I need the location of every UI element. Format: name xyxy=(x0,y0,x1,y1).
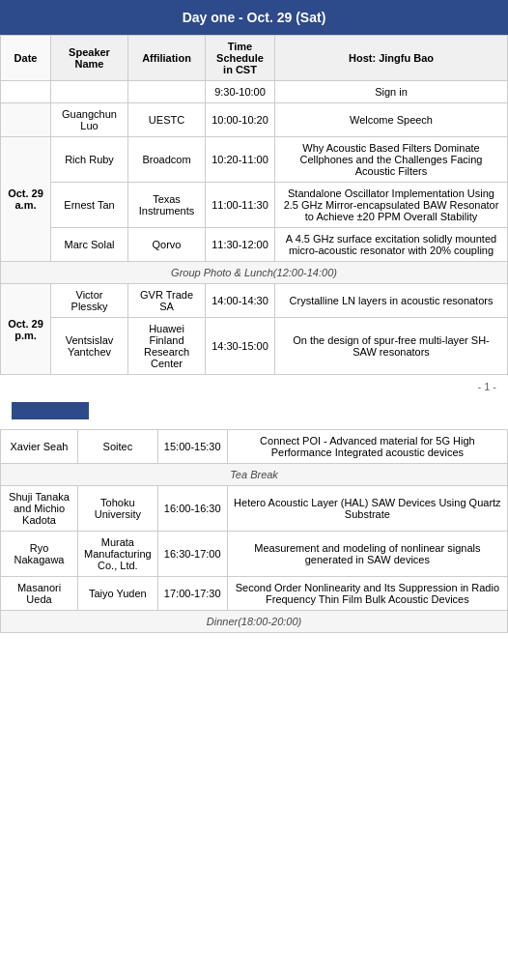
affiliation-cell: Taiyo Yuden xyxy=(78,577,158,611)
col-header-date: Date xyxy=(1,36,51,81)
affiliation-cell: Huawei Finland Research Center xyxy=(128,318,206,375)
schedule-table-part2: Xavier Seah Soitec 15:00-15:30 Connect P… xyxy=(0,429,508,633)
break-cell: Dinner(18:00-20:00) xyxy=(1,611,508,633)
date-cell xyxy=(1,81,51,103)
speaker-cell: Xavier Seah xyxy=(1,430,78,464)
time-cell: 14:00-14:30 xyxy=(206,284,275,318)
col-header-speaker: Speaker Name xyxy=(51,36,128,81)
speaker-cell: Victor Plessky xyxy=(51,284,128,318)
time-cell: 11:00-11:30 xyxy=(206,183,275,228)
page-number: - 1 - xyxy=(0,375,508,398)
table-row: Ernest Tan Texas Instruments 11:00-11:30… xyxy=(1,183,508,228)
col-header-affiliation: Affiliation xyxy=(128,36,206,81)
speaker-cell: Marc Solal xyxy=(51,228,128,262)
table-row: Group Photo & Lunch(12:00-14:00) xyxy=(1,262,508,284)
schedule-table-part1: Date Speaker Name Affiliation Time Sched… xyxy=(0,35,508,375)
speaker-cell: Guangchun Luo xyxy=(51,103,128,137)
host-cell: Why Acoustic Based Filters Dominate Cell… xyxy=(275,137,508,183)
group-cell: Group Photo & Lunch(12:00-14:00) xyxy=(1,262,508,284)
host-cell: Measurement and modeling of nonlinear si… xyxy=(227,532,507,577)
speaker-cell xyxy=(51,81,128,103)
host-cell: Crystalline LN layers in acoustic resona… xyxy=(275,284,508,318)
blue-bar-decoration xyxy=(12,402,89,419)
affiliation-cell: Murata Manufacturing Co., Ltd. xyxy=(78,532,158,577)
host-cell: Welcome Speech xyxy=(275,103,508,137)
affiliation-cell: Texas Instruments xyxy=(128,183,206,228)
affiliation-cell xyxy=(128,81,206,103)
table-row: Shuji Tanaka and Michio Kadota Tohoku Un… xyxy=(1,486,508,532)
speaker-cell: Ryo Nakagawa xyxy=(1,532,78,577)
table-row: Guangchun Luo UESTC 10:00-10:20 Welcome … xyxy=(1,103,508,137)
time-cell: 16:30-17:00 xyxy=(157,532,227,577)
time-cell: 11:30-12:00 xyxy=(206,228,275,262)
speaker-cell: Rich Ruby xyxy=(51,137,128,183)
col-header-time: Time Schedule in CST xyxy=(206,36,275,81)
speaker-cell: Shuji Tanaka and Michio Kadota xyxy=(1,486,78,532)
speaker-cell: Masanori Ueda xyxy=(1,577,78,611)
date-cell: Oct. 29 a.m. xyxy=(1,137,51,262)
time-cell: 15:00-15:30 xyxy=(157,430,227,464)
host-cell: Hetero Acoustic Layer (HAL) SAW Devices … xyxy=(227,486,507,532)
date-cell xyxy=(1,103,51,137)
affiliation-cell: Broadcom xyxy=(128,137,206,183)
break-cell: Tea Break xyxy=(1,464,508,486)
table-row: Dinner(18:00-20:00) xyxy=(1,611,508,633)
host-cell: Standalone Oscillator Implementation Usi… xyxy=(275,183,508,228)
table-row: Oct. 29 a.m. Rich Ruby Broadcom 10:20-11… xyxy=(1,137,508,183)
table-row: Tea Break xyxy=(1,464,508,486)
time-cell: 9:30-10:00 xyxy=(206,81,275,103)
table-row: Ryo Nakagawa Murata Manufacturing Co., L… xyxy=(1,532,508,577)
table-row: 9:30-10:00 Sign in xyxy=(1,81,508,103)
col-header-host: Host: Jingfu Bao xyxy=(275,36,508,81)
page: Day one - Oct. 29 (Sat) Date Speaker Nam… xyxy=(0,0,508,633)
affiliation-cell: GVR Trade SA xyxy=(128,284,206,318)
affiliation-cell: Qorvo xyxy=(128,228,206,262)
host-cell: Connect POI - Advanced material for 5G H… xyxy=(227,430,507,464)
table-row: Oct. 29 p.m. Victor Plessky GVR Trade SA… xyxy=(1,284,508,318)
time-cell: 17:00-17:30 xyxy=(157,577,227,611)
host-cell: On the design of spur-free multi-layer S… xyxy=(275,318,508,375)
speaker-cell: Ventsislav Yantchev xyxy=(51,318,128,375)
table-row: Masanori Ueda Taiyo Yuden 17:00-17:30 Se… xyxy=(1,577,508,611)
time-cell: 10:00-10:20 xyxy=(206,103,275,137)
host-cell: Sign in xyxy=(275,81,508,103)
date-cell: Oct. 29 p.m. xyxy=(1,284,51,375)
time-cell: 10:20-11:00 xyxy=(206,137,275,183)
time-cell: 14:30-15:00 xyxy=(206,318,275,375)
table-row: Ventsislav Yantchev Huawei Finland Resea… xyxy=(1,318,508,375)
table-row: Xavier Seah Soitec 15:00-15:30 Connect P… xyxy=(1,430,508,464)
host-cell: A 4.5 GHz surface excitation solidly mou… xyxy=(275,228,508,262)
affiliation-cell: Tohoku University xyxy=(78,486,158,532)
speaker-cell: Ernest Tan xyxy=(51,183,128,228)
affiliation-cell: UESTC xyxy=(128,103,206,137)
affiliation-cell: Soitec xyxy=(78,430,158,464)
time-cell: 16:00-16:30 xyxy=(157,486,227,532)
table-row: Marc Solal Qorvo 11:30-12:00 A 4.5 GHz s… xyxy=(1,228,508,262)
host-cell: Second Order Nonlinearity and Its Suppre… xyxy=(227,577,507,611)
day-header: Day one - Oct. 29 (Sat) xyxy=(0,0,508,35)
